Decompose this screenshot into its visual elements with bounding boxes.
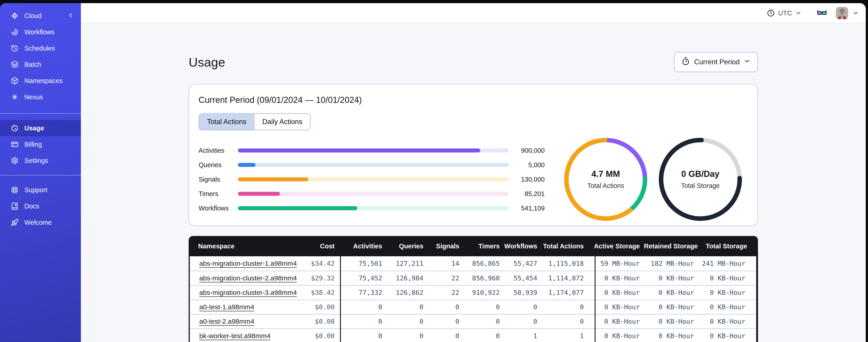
donut-charts: 4.7 MM Total Actions 0 GB/Day Total Stor… [564,138,742,221]
column-header-active-storage: Active Storage [593,242,644,250]
nexus-icon [11,93,19,101]
cell-cost: $29.32 [303,274,339,282]
cell-namespace: bk-worker-test.a98mm4 [190,332,303,340]
bar-fill [238,206,357,210]
docs-icon [11,202,19,210]
sidebar-divider [0,113,81,114]
namespace-link[interactable]: a0-test-2.a98mm4 [199,318,254,325]
cell-active-storage: 0 KB-Hour [593,318,644,325]
table-body: abs-migration-cluster-1.a98mm4$34.4275,5… [190,256,756,342]
bar-label: Timers [198,190,238,198]
cell-activities: 0 [339,303,386,311]
cell-total-actions: 0 [541,303,593,311]
cell-retained-storage: 0 KB-Hour [644,318,698,325]
cell-total-actions: 1 [541,332,593,340]
bar-track [238,206,509,210]
cell-retained-storage: 0 KB-Hour [644,274,698,282]
table-divider-line [595,256,595,342]
namespace-link[interactable]: abs-migration-cluster-1.a98mm4 [199,260,297,267]
bar-fill [238,192,280,196]
sidebar-item-label: Schedules [24,45,55,52]
cell-total-storage: 0 KB-Hour [698,274,756,282]
column-header-cost: Cost [303,242,339,250]
sidebar-item-label: Settings [24,157,48,165]
sidebar-collapse-icon[interactable] [67,12,75,20]
period-selector-button[interactable]: Current Period [674,52,758,72]
cell-namespace: abs-migration-cluster-2.a98mm4 [190,274,303,282]
sidebar-item-usage[interactable]: Usage [0,120,81,136]
cell-signals: 22 [428,274,463,282]
namespace-link[interactable]: abs-migration-cluster-2.a98mm4 [199,274,297,282]
sidebar-brand[interactable]: Cloud [0,8,81,24]
cell-workflows: 55,427 [504,260,541,267]
sidebar-item-workflows[interactable]: Workflows [0,24,81,40]
cell-queries: 126,862 [386,289,428,297]
cell-activities: 77,332 [339,289,386,297]
settings-icon [11,157,19,165]
sidebar-item-schedules[interactable]: Schedules [0,40,81,57]
table-row: abs-migration-cluster-3.a98mm4$38.4277,3… [190,285,756,300]
cell-active-storage: 59 MB-Hour [593,260,644,267]
bar-value: 541,109 [509,205,545,212]
usage-summary-card: Current Period (09/01/2024 — 10/01/2024)… [189,84,758,226]
cell-total-storage: 0 KB-Hour [698,303,756,311]
bar-value: 900,000 [509,147,545,154]
namespace-link[interactable]: abs-migration-cluster-3.a98mm4 [199,289,297,296]
tab-total-actions[interactable]: Total Actions [199,114,255,130]
cell-retained-storage: 0 KB-Hour [644,289,698,297]
view-tabs: Total Actions Daily Actions [198,113,311,130]
cell-total-actions: 0 [541,318,593,325]
total-storage-label: Total Storage [681,182,720,190]
sidebar-item-label: Workflows [24,28,55,36]
cell-workflows: 55,454 [504,274,541,282]
chevron-down-icon [744,58,750,66]
bar-fill [238,163,255,167]
charts-section: Activities900,000Queries5,000Signals130,… [198,138,748,221]
cell-namespace: a0-test-2.a98mm4 [190,318,303,325]
main-area: UTC [81,3,866,342]
sidebar-item-support[interactable]: Support [0,182,81,198]
topbar: UTC [81,3,866,23]
cell-cost: $0.00 [303,332,339,340]
sidebar-item-welcome[interactable]: Welcome [0,214,81,231]
chevron-down-icon [795,10,802,16]
feedback-glasses-icon[interactable] [816,8,827,19]
bar-row-activities: Activities900,000 [198,143,545,158]
namespace-link[interactable]: bk-worker-test.a98mm4 [199,332,271,340]
column-header-activities: Activities [339,242,386,250]
sidebar-item-namespaces[interactable]: Namespaces [0,73,81,89]
cell-workflows: 1 [504,332,541,340]
tab-daily-actions[interactable]: Daily Actions [255,114,310,130]
cell-cost: $0.00 [303,303,339,311]
support-icon [11,186,19,194]
sidebar-divider [0,175,81,175]
table-row: abs-migration-cluster-1.a98mm4$34.4275,5… [190,256,756,271]
sidebar-item-docs[interactable]: Docs [0,198,81,214]
cell-namespace: abs-migration-cluster-3.a98mm4 [190,289,303,297]
sidebar-item-nexus[interactable]: Nexus [0,89,81,105]
cell-queries: 0 [386,303,428,311]
cell-timers: 856,865 [463,260,504,267]
account-menu-chevron-icon[interactable] [852,10,859,16]
user-avatar[interactable] [836,7,848,19]
cell-activities: 75,501 [339,260,386,267]
cell-queries: 0 [386,332,428,340]
total-storage-donut: 0 GB/Day Total Storage [659,138,742,221]
column-header-queries: Queries [386,242,428,250]
sidebar-item-settings[interactable]: Settings [0,152,81,169]
bar-track [238,148,509,152]
cell-cost: $38.42 [303,289,339,297]
billing-icon [11,141,19,148]
usage-icon [11,124,19,132]
sidebar-item-batch[interactable]: Batch [0,57,81,73]
timezone-selector[interactable]: UTC [767,9,802,17]
cell-timers: 0 [463,303,504,311]
cell-namespace: a0-test-1.a98mm4 [190,303,303,311]
column-header-signals: Signals [428,242,463,250]
namespace-link[interactable]: a0-test-1.a98mm4 [199,303,254,311]
sidebar-item-billing[interactable]: Billing [0,136,81,152]
sidebar: Cloud WorkflowsSchedulesBatchNamespacesN… [0,3,81,342]
page-header: Usage Current Period [189,51,758,73]
cell-total-storage: 0 KB-Hour [698,332,756,340]
bar-row-timers: Timers85,201 [198,186,545,201]
